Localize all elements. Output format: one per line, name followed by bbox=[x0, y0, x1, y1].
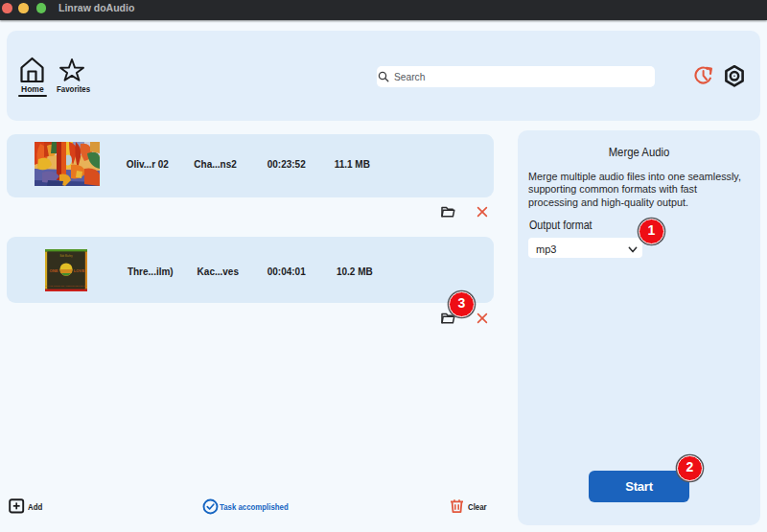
svg-text:WHATS GOING ON / PEOPLE GET RE: WHATS GOING ON / PEOPLE GET READY bbox=[45, 285, 87, 287]
svg-text:LOVE: LOVE bbox=[74, 268, 85, 273]
svg-text:ONE: ONE bbox=[49, 268, 58, 273]
svg-text:Bob Marley: Bob Marley bbox=[59, 254, 73, 258]
